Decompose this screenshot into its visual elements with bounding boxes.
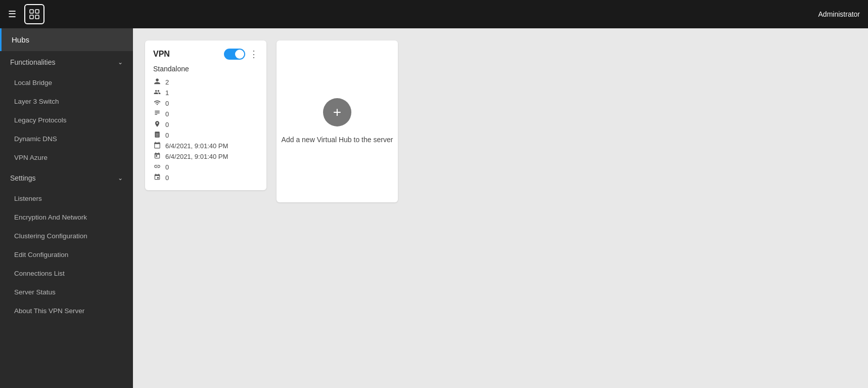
sidebar-item-hubs[interactable]: Hubs [0, 28, 133, 51]
stat-access: 0 [153, 174, 258, 182]
stat-ip: 0 [153, 120, 258, 129]
user-icon [153, 78, 161, 87]
sidebar-section-functionalities[interactable]: Functionalities ⌄ [0, 51, 133, 73]
sidebar-item-legacy-protocols[interactable]: Legacy Protocols [0, 111, 133, 130]
location-icon [153, 120, 161, 129]
sidebar-section-settings[interactable]: Settings ⌄ [0, 167, 133, 189]
stat-sessions: 0 [153, 99, 258, 108]
stat-links-value: 0 [165, 163, 169, 171]
sidebar-functionalities-label: Functionalities [10, 58, 56, 66]
stat-mac-value: 0 [165, 110, 169, 118]
hub-type: Standalone [153, 65, 258, 73]
app-logo [24, 4, 44, 24]
add-hub-card[interactable]: + Add a new Virtual Hub to the server [277, 40, 398, 202]
vpn-hub-card: VPN ⋮ Standalone 2 [145, 40, 266, 190]
stat-links: 0 [153, 163, 258, 171]
stat-updated: 6/4/2021, 9:01:40 PM [153, 152, 258, 161]
sidebar-item-server-status[interactable]: Server Status [0, 283, 133, 301]
stat-users-value: 2 [165, 78, 169, 86]
sidebar-item-vpn-azure[interactable]: VPN Azure [0, 148, 133, 167]
stat-sessions-value: 0 [165, 100, 169, 107]
book-icon [153, 131, 161, 140]
access-icon [153, 174, 161, 182]
user-label: Administrator [818, 10, 860, 18]
add-hub-icon: + [323, 98, 351, 126]
chevron-down-icon: ⌄ [118, 59, 123, 66]
link-icon [153, 163, 161, 171]
stat-log-value: 0 [165, 132, 169, 139]
sidebar-item-clustering-configuration[interactable]: Clustering Configuration [0, 227, 133, 245]
sidebar-item-encryption-and-network[interactable]: Encryption And Network [0, 208, 133, 227]
svg-rect-1 [35, 10, 39, 13]
stat-created-value: 6/4/2021, 9:01:40 PM [165, 142, 228, 150]
svg-rect-0 [30, 10, 33, 13]
chevron-down-icon-settings: ⌄ [118, 175, 123, 182]
stat-users: 2 [153, 78, 258, 87]
sidebar-item-dynamic-dns[interactable]: Dynamic DNS [0, 130, 133, 148]
calendar-icon [153, 142, 161, 150]
sidebar-item-listeners[interactable]: Listeners [0, 189, 133, 208]
plus-icon: + [333, 104, 341, 120]
content-area: VPN ⋮ Standalone 2 [133, 28, 868, 388]
sidebar-item-local-bridge[interactable]: Local Bridge [0, 73, 133, 92]
wifi-icon [153, 99, 161, 108]
sidebar-item-edit-configuration[interactable]: Edit Configuration [0, 245, 133, 264]
stat-ip-value: 0 [165, 121, 169, 128]
stat-log: 0 [153, 131, 258, 140]
sidebar-settings-label: Settings [10, 174, 36, 182]
topbar-left: ☰ [8, 4, 44, 24]
hub-toggle[interactable] [224, 49, 245, 60]
stat-groups: 1 [153, 89, 258, 97]
sidebar-item-about-vpn-server[interactable]: About This VPN Server [0, 301, 133, 320]
hub-card-header: VPN ⋮ [153, 49, 258, 60]
stat-created: 6/4/2021, 9:01:40 PM [153, 142, 258, 150]
add-hub-label: Add a new Virtual Hub to the server [282, 135, 393, 145]
groups-icon [153, 89, 161, 97]
sidebar: Hubs Functionalities ⌄ Local Bridge Laye… [0, 28, 133, 388]
stat-mac: 0 [153, 110, 258, 118]
sidebar-item-layer-3-switch[interactable]: Layer 3 Switch [0, 92, 133, 111]
server-icon [153, 110, 161, 118]
calendar2-icon [153, 152, 161, 161]
svg-rect-3 [35, 15, 39, 19]
topbar: ☰ Administrator [0, 0, 868, 28]
stat-groups-value: 1 [165, 89, 169, 97]
stat-updated-value: 6/4/2021, 9:01:40 PM [165, 153, 228, 160]
hub-title[interactable]: VPN [153, 50, 170, 59]
hub-stats: 2 1 0 [153, 78, 258, 182]
svg-rect-2 [30, 15, 33, 19]
main-layout: Hubs Functionalities ⌄ Local Bridge Laye… [0, 28, 868, 388]
stat-access-value: 0 [165, 174, 169, 182]
hub-menu-icon[interactable]: ⋮ [249, 50, 258, 59]
sidebar-item-connections-list[interactable]: Connections List [0, 264, 133, 283]
hamburger-icon[interactable]: ☰ [8, 9, 16, 20]
